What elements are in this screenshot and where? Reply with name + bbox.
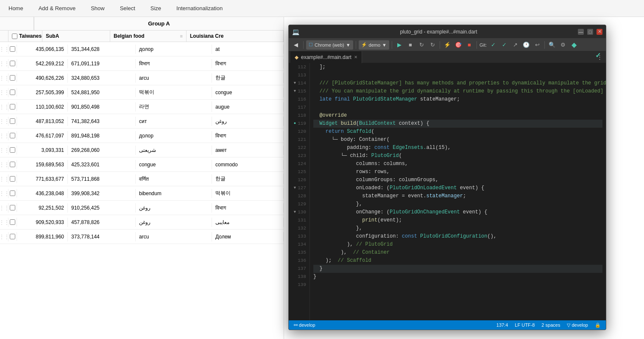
main-dart-tab[interactable]: ◆ example#...#main.dart ✕ bbox=[290, 51, 362, 63]
row-checkbox-cell[interactable] bbox=[8, 45, 17, 53]
row-checkbox[interactable] bbox=[10, 90, 15, 95]
row-checkbox[interactable] bbox=[10, 219, 15, 225]
num2-cell: 425,323,601 bbox=[68, 160, 136, 169]
row-checkbox[interactable] bbox=[10, 191, 15, 196]
line-number: 120 bbox=[292, 128, 306, 136]
drag-handle[interactable]: ⋮⋮ bbox=[0, 102, 8, 112]
num2-cell: 324,880,653 bbox=[68, 73, 136, 83]
search-toolbar-button[interactable]: 🔍 bbox=[547, 40, 557, 50]
num1-cell: 110,100,602 bbox=[17, 102, 68, 112]
select-all-checkbox[interactable] bbox=[12, 34, 17, 39]
louisiana-header[interactable]: Louisiana Cre bbox=[187, 31, 284, 42]
fold-arrow[interactable]: ▼ bbox=[294, 184, 296, 192]
demo-dropdown[interactable]: ⚡ demo ▼ bbox=[359, 40, 389, 50]
nav-home[interactable]: Home bbox=[5, 3, 27, 13]
row-checkbox[interactable] bbox=[10, 205, 15, 210]
row-checkbox[interactable] bbox=[10, 118, 15, 124]
build-button[interactable]: ■ bbox=[406, 40, 415, 50]
close-button[interactable]: ✕ bbox=[597, 29, 602, 35]
reload2-button[interactable]: ↻ bbox=[428, 40, 437, 50]
row-checkbox-cell[interactable] bbox=[8, 146, 17, 154]
nav-i18n[interactable]: Internationalization bbox=[173, 3, 226, 13]
text2-cell: विभाग bbox=[212, 131, 284, 140]
nav-add-remove[interactable]: Add & Remove bbox=[35, 3, 79, 13]
row-checkbox[interactable] bbox=[10, 234, 15, 239]
num2-cell: 910,256,425 bbox=[68, 203, 136, 213]
stop-button[interactable]: ■ bbox=[465, 40, 474, 50]
row-checkbox-cell[interactable] bbox=[8, 59, 17, 68]
minimize-button[interactable]: — bbox=[578, 29, 584, 35]
row-checkbox-cell[interactable] bbox=[8, 174, 17, 183]
nav-show[interactable]: Show bbox=[87, 3, 108, 13]
drag-handle[interactable]: ⋮⋮ bbox=[0, 146, 8, 155]
drag-handle[interactable]: ⋮⋮ bbox=[0, 45, 8, 54]
settings-button[interactable]: ⚙ bbox=[558, 40, 568, 50]
row-checkbox-cell[interactable] bbox=[8, 232, 17, 241]
git-undo[interactable]: ↩ bbox=[532, 40, 542, 50]
row-checkbox[interactable] bbox=[10, 176, 15, 182]
back-button[interactable]: ◀ bbox=[291, 40, 301, 50]
drag-handle[interactable]: ⋮⋮ bbox=[0, 174, 8, 184]
belgian-food-header[interactable]: Belgian food ≡ bbox=[110, 31, 187, 42]
fold-arrow[interactable]: ▼ bbox=[294, 208, 296, 216]
run-button[interactable]: ▶ bbox=[395, 40, 404, 50]
drag-handle[interactable]: ⋮⋮ bbox=[0, 160, 8, 169]
drag-handle[interactable]: ⋮⋮ bbox=[0, 88, 8, 97]
maximize-button[interactable]: □ bbox=[587, 29, 593, 35]
drag-handle[interactable]: ⋮⋮ bbox=[0, 218, 8, 227]
row-checkbox[interactable] bbox=[10, 133, 15, 138]
row-checkbox-cell[interactable] bbox=[8, 88, 17, 97]
chevron-down-icon-2: ▼ bbox=[382, 42, 387, 48]
text1-cell: वर्णित bbox=[136, 174, 212, 184]
nav-select[interactable]: Select bbox=[117, 3, 139, 13]
num1-cell: 542,269,212 bbox=[17, 59, 68, 68]
table-row: ⋮⋮ 3,093,331 269,268,060 شريعتی амет bbox=[0, 143, 284, 157]
profile-button[interactable]: ◆ bbox=[569, 40, 579, 50]
drag-handle[interactable]: ⋮⋮ bbox=[0, 73, 8, 83]
code-line: └─ body: Container( bbox=[313, 136, 602, 144]
code-lines[interactable]: ]; /// [PlutoGridStateManager] has many … bbox=[310, 63, 606, 320]
num1-cell: 257,505,399 bbox=[17, 88, 68, 97]
target-button[interactable]: 🎯 bbox=[454, 40, 463, 50]
row-checkbox[interactable] bbox=[10, 46, 15, 52]
drag-handle[interactable]: ⋮⋮ bbox=[0, 117, 8, 126]
drag-handle[interactable]: ⋮⋮ bbox=[0, 232, 8, 241]
reload-button[interactable]: ↻ bbox=[417, 40, 426, 50]
row-checkbox-cell[interactable] bbox=[8, 117, 17, 126]
drag-handle[interactable]: ⋮⋮ bbox=[0, 203, 8, 213]
row-checkbox[interactable] bbox=[10, 104, 15, 109]
drag-handle[interactable]: ⋮⋮ bbox=[0, 131, 8, 140]
taiwanese-food-header[interactable]: Taiwanese food ≡ bbox=[8, 31, 42, 42]
git-clock[interactable]: 🕐 bbox=[521, 40, 531, 50]
code-line bbox=[313, 71, 602, 79]
row-checkbox-cell[interactable] bbox=[8, 189, 17, 198]
fold-arrow[interactable]: ▼ bbox=[294, 79, 296, 87]
subA-header[interactable]: SubA bbox=[42, 31, 110, 42]
nav-size[interactable]: Size bbox=[147, 3, 164, 13]
git-check1[interactable]: ✓ bbox=[488, 40, 498, 50]
row-checkbox-cell[interactable] bbox=[8, 73, 17, 82]
tab-close-icon[interactable]: ✕ bbox=[354, 55, 357, 59]
table-row: ⋮⋮ 435,066,135 351,344,628 долор at bbox=[0, 42, 284, 56]
sort-icon-belgian[interactable]: ≡ bbox=[180, 34, 183, 39]
fold-arrow[interactable]: ▼ bbox=[294, 87, 296, 95]
row-checkbox-cell[interactable] bbox=[8, 203, 17, 212]
row-checkbox-cell[interactable] bbox=[8, 160, 17, 169]
branch-status[interactable]: ⚯ develop bbox=[294, 322, 315, 328]
row-checkbox[interactable] bbox=[10, 61, 15, 66]
git-arrow[interactable]: ↗ bbox=[510, 40, 520, 50]
row-checkbox-cell[interactable] bbox=[8, 218, 17, 227]
lightning-button[interactable]: ⚡ bbox=[443, 40, 452, 50]
git-check2[interactable]: ✓ bbox=[499, 40, 509, 50]
drag-handle[interactable]: ⋮⋮ bbox=[0, 59, 8, 68]
text2-cell: commodo bbox=[212, 160, 284, 169]
row-checkbox-cell[interactable] bbox=[8, 131, 17, 140]
row-checkbox[interactable] bbox=[10, 162, 15, 167]
drag-handle[interactable]: ⋮⋮ bbox=[0, 189, 8, 198]
ide-code-area[interactable]: 112113▼114▼115116117118●1191201211221231… bbox=[289, 63, 606, 320]
row-checkbox-cell[interactable] bbox=[8, 102, 17, 111]
row-checkbox[interactable] bbox=[10, 75, 15, 81]
row-checkbox[interactable] bbox=[10, 147, 15, 153]
num2-cell: 901,850,498 bbox=[68, 102, 136, 112]
chrome-dropdown[interactable]: ☐ Chrome (web) ▼ bbox=[306, 40, 353, 50]
